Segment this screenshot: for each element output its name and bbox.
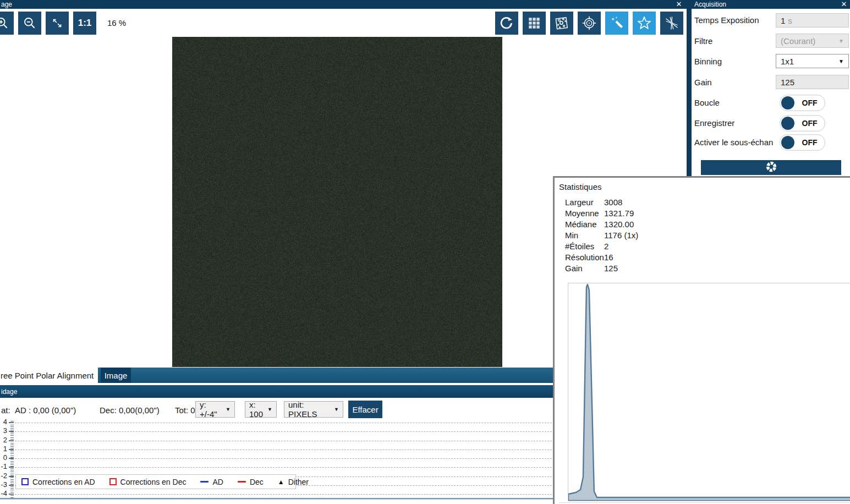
subsample-toggle[interactable]: OFF [780, 134, 825, 151]
save-toggle[interactable]: OFF [780, 115, 825, 132]
toggle-knob [781, 96, 794, 109]
toggle-knob [781, 117, 794, 130]
y-tick: 0 [0, 453, 7, 462]
save-label: Enregistrer [694, 118, 734, 128]
close-icon[interactable]: ✕ [673, 0, 684, 9]
legend-item[interactable]: Corrections en AD [21, 478, 95, 486]
y-tick: 3 [0, 426, 7, 435]
clear-graph-button[interactable]: Effacer [348, 401, 382, 418]
tab-image[interactable]: Image [101, 368, 131, 383]
star-detection-button[interactable] [633, 12, 656, 35]
stat-label: #Étoiles [565, 242, 594, 251]
zoom-out-icon [23, 16, 37, 30]
plate-solve-button[interactable] [550, 12, 573, 35]
histogram-curve [568, 284, 850, 501]
image-window-titlebar[interactable]: age ✕ [0, 0, 687, 9]
guider-stats-row: at: AD : 0,00 (0,00") Dec: 0,00(0,00") T… [0, 398, 553, 421]
statistics-window: Statistiques Largeur3008 Moyenne1321.79 … [553, 176, 850, 504]
y-tick: 4 [0, 418, 7, 426]
chevron-down-icon: ▼ [838, 58, 844, 64]
legend-label: Dec [250, 478, 264, 486]
legend-item: AD [200, 478, 223, 486]
zoom-in-icon [0, 16, 9, 30]
plate-solve-icon [554, 15, 569, 31]
close-icon[interactable]: ✕ [839, 0, 849, 9]
y-tick: -2 [0, 472, 7, 480]
y-tick: -1 [0, 462, 7, 470]
loop-toggle[interactable]: OFF [780, 95, 825, 111]
camera-image[interactable] [172, 37, 502, 367]
bahtinov-button[interactable] [660, 12, 683, 35]
checkbox-corrections-dec[interactable] [109, 478, 117, 485]
acquisition-titlebar[interactable]: Acquisition ✕ [692, 0, 850, 9]
statistics-title: Statistiques [559, 182, 602, 191]
histogram-chart [568, 283, 850, 501]
toggle-state: OFF [794, 98, 825, 107]
exposure-unit: s [788, 16, 792, 25]
capture-button[interactable] [701, 160, 841, 175]
toggle-state: OFF [794, 138, 825, 147]
y-tick: 2 [0, 436, 7, 444]
y-scale-value: y: +/-4" [200, 400, 222, 419]
tab-three-point-polar-alignment[interactable]: ree Point Polar Alignment [0, 368, 98, 383]
stat-label: Médiane [565, 220, 597, 229]
auto-stretch-button[interactable] [605, 12, 628, 35]
line-swatch-ra [200, 481, 209, 483]
x-scale-value: x: 100 [249, 400, 264, 419]
gain-input[interactable]: 125 [776, 75, 849, 89]
shutter-icon [765, 161, 777, 174]
checkbox-corrections-ra[interactable] [21, 478, 29, 485]
bottom-tabstrip: ree Point Polar Alignment Image [0, 368, 553, 383]
statistics-table: Largeur3008 Moyenne1321.79 Médiane1320.0… [555, 198, 775, 275]
exposure-input[interactable]: 1 s [776, 13, 849, 28]
stat-row: Moyenne1321.79 [555, 209, 775, 220]
tab-label: ree Point Polar Alignment [1, 371, 94, 380]
scale-1-1-button[interactable]: 1:1 [73, 12, 96, 35]
legend-item[interactable]: Corrections en Dec [109, 478, 187, 486]
zoom-out-button[interactable] [18, 12, 41, 35]
binning-dropdown[interactable]: 1x1 ▼ [776, 54, 849, 68]
stat-value: 125 [604, 264, 618, 273]
stat-row: Min1176 (1x) [555, 231, 775, 242]
stat-row: Résolution16 [555, 253, 775, 264]
stat-value: 1321.79 [604, 209, 634, 218]
stat-value: 1320.00 [604, 220, 634, 229]
binning-value: 1x1 [781, 57, 794, 66]
statistics-divider [559, 502, 850, 503]
y-scale-dropdown[interactable]: y: +/-4"▼ [195, 401, 235, 418]
guider-header-label: idage [1, 388, 17, 396]
stat-label: Moyenne [565, 209, 599, 218]
refresh-stretch-button[interactable] [495, 12, 518, 35]
unit-value: unit: PIXELS [288, 400, 331, 419]
fit-to-screen-button[interactable] [46, 12, 69, 35]
star-icon [637, 15, 652, 31]
filter-dropdown: (Courant) ▼ [776, 34, 849, 48]
line-swatch-dec [238, 481, 246, 483]
y-tick: 1 [0, 445, 7, 453]
unit-dropdown[interactable]: unit: PIXELS▼ [284, 401, 343, 418]
image-window-title: age [1, 1, 12, 8]
filter-value: (Courant) [781, 36, 815, 46]
chevron-down-icon: ▼ [267, 407, 272, 412]
stat-row: Médiane1320.00 [555, 220, 775, 231]
grid-icon [527, 16, 541, 30]
legend-item: Dec [238, 478, 264, 486]
zoom-in-button[interactable] [0, 12, 14, 35]
x-scale-dropdown[interactable]: x: 100▼ [245, 401, 277, 418]
stat-label: Gain [565, 264, 583, 273]
y-tick: -4 [0, 489, 7, 497]
legend-label: Corrections en Dec [120, 478, 187, 486]
subsample-label: Activer le sous-échan [694, 138, 773, 147]
binning-label: Binning [694, 57, 722, 66]
stat-row: Gain125 [555, 264, 775, 275]
app-stage: age ✕ 1:1 16 % [0, 0, 850, 504]
gain-value: 125 [781, 78, 794, 87]
chart-x-axis [0, 498, 553, 500]
y-tick: -3 [0, 480, 7, 489]
refresh-icon [499, 15, 514, 31]
pixel-grid-button[interactable] [523, 12, 546, 35]
legend-label: Dither [288, 478, 309, 486]
stat-label: Largeur [565, 198, 594, 207]
crosshair-button[interactable] [578, 12, 601, 35]
chart-legend: Corrections en AD Corrections en Dec AD … [15, 474, 296, 489]
